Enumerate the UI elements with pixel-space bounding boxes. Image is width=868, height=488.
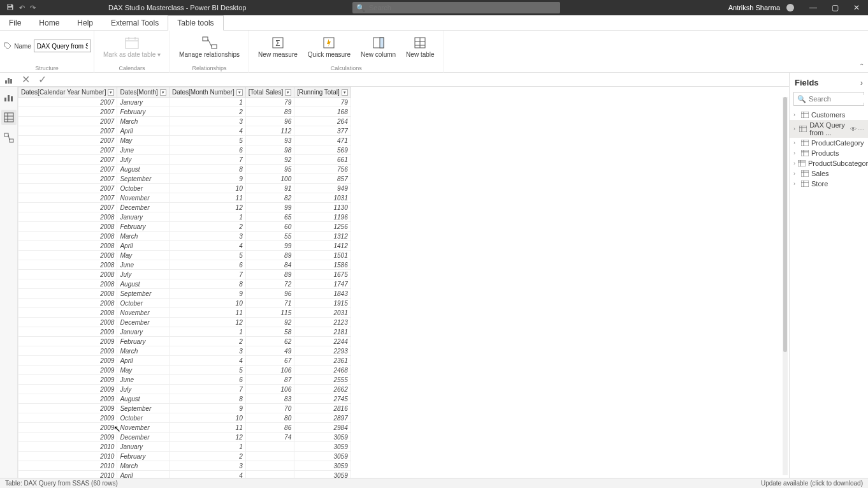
cell[interactable]: 5 [169,251,245,260]
cell[interactable]: 7 [169,270,245,279]
cell[interactable]: 99 [245,203,294,212]
column-header[interactable]: Dates[Month]▾ [117,87,169,98]
cell[interactable]: 2008 [18,222,117,232]
cell[interactable]: 3059 [294,433,351,442]
cell[interactable]: 2123 [294,318,351,327]
table-row[interactable]: 2009March3492293 [18,346,351,356]
global-search[interactable]: 🔍 [352,2,560,13]
cell[interactable]: January [117,442,169,452]
cell[interactable]: 2008 [18,241,117,251]
cell[interactable]: 1 [169,98,245,107]
column-header[interactable]: Dates[Calendar Year Number]▾ [18,87,117,98]
cell[interactable]: 5 [169,366,245,375]
filter-dropdown-icon[interactable]: ▾ [160,89,166,96]
cell[interactable]: January [117,212,169,222]
cell[interactable]: 1031 [294,193,351,203]
cell[interactable]: 2 [169,337,245,346]
filter-dropdown-icon[interactable]: ▾ [285,89,291,96]
table-row[interactable]: 2010February23059 [18,452,351,461]
cell[interactable]: 2008 [18,299,117,308]
commit-formula-button[interactable]: ✓ [37,75,47,85]
cell[interactable]: 2007 [18,165,117,174]
cell[interactable]: 100 [245,174,294,184]
cell[interactable]: 2008 [18,232,117,241]
cell[interactable]: 2007 [18,98,117,107]
report-view-button[interactable] [1,89,17,105]
cell[interactable]: 569 [294,145,351,155]
cell[interactable]: February [117,107,169,117]
cell[interactable]: 2009 [18,375,117,385]
cell[interactable]: 2007 [18,136,117,145]
cancel-formula-button[interactable]: ✕ [20,75,31,85]
cell[interactable]: 2007 [18,184,117,193]
cell[interactable]: 1915 [294,299,351,308]
cell[interactable]: 2009 [18,346,117,356]
table-row[interactable]: 2009July71062662 [18,385,351,394]
table-row[interactable]: 2007February289168 [18,107,351,117]
cell[interactable]: 2031 [294,308,351,318]
new-column-button[interactable]: New column [357,33,400,58]
cell[interactable]: 112 [245,126,294,136]
cell[interactable]: 70 [245,404,294,413]
tab-help[interactable]: Help [68,15,102,30]
cell[interactable]: 1675 [294,270,351,279]
collapse-ribbon-button[interactable]: ⌃ [859,63,864,70]
cell[interactable]: 6 [169,375,245,385]
cell[interactable]: 3059 [294,452,351,461]
cell[interactable]: February [117,452,169,461]
cell[interactable]: 756 [294,165,351,174]
cell[interactable]: May [117,251,169,260]
cell[interactable]: 2007 [18,107,117,117]
cell[interactable]: August [117,394,169,404]
cell[interactable] [245,452,294,461]
cell[interactable]: 5 [169,136,245,145]
cell[interactable]: May [117,136,169,145]
cell[interactable]: 2010 [18,461,117,471]
cell[interactable]: February [117,337,169,346]
cell[interactable] [245,471,294,478]
table-row[interactable]: 2010March33059 [18,461,351,471]
fields-table-item[interactable]: ›Sales [790,168,868,179]
table-row[interactable]: 2008January1651196 [18,212,351,222]
cell[interactable]: July [117,155,169,165]
cell[interactable]: 2361 [294,356,351,366]
table-name-input[interactable] [34,40,91,52]
cell[interactable]: 2555 [294,375,351,385]
expand-fields-button[interactable]: › [860,78,863,87]
cell[interactable]: 11 [169,193,245,203]
table-row[interactable]: 2008March3551312 [18,232,351,241]
table-row[interactable]: 2007October1091949 [18,184,351,193]
cell[interactable]: 8 [169,279,245,289]
cell[interactable]: 65 [245,212,294,222]
cell[interactable]: 106 [245,385,294,394]
cell[interactable]: 264 [294,117,351,126]
cell[interactable]: 2007 [18,155,117,165]
cell[interactable]: 2009 [18,413,117,423]
table-row[interactable]: 2008May5891501 [18,251,351,260]
cell[interactable]: 2008 [18,289,117,299]
table-row[interactable]: 2010January13059 [18,442,351,452]
more-icon[interactable]: ⋯ [858,126,864,133]
cell[interactable]: July [117,270,169,279]
fields-table-item[interactable]: ›Products [790,148,868,158]
cell[interactable]: 49 [245,346,294,356]
cell[interactable]: December [117,203,169,212]
cell[interactable]: 96 [245,289,294,299]
cell[interactable]: 3059 [294,461,351,471]
cell[interactable]: June [117,145,169,155]
cell[interactable]: March [117,117,169,126]
cell[interactable]: 4 [169,471,245,478]
cell[interactable]: 8 [169,165,245,174]
cell[interactable]: 82 [245,193,294,203]
table-row[interactable]: 2008September9961843 [18,289,351,299]
cell[interactable]: 2897 [294,413,351,423]
cell[interactable]: 99 [245,241,294,251]
cell[interactable]: 2007 [18,174,117,184]
cell[interactable]: 9 [169,404,245,413]
cell[interactable]: August [117,279,169,289]
cell[interactable]: October [117,299,169,308]
cell[interactable]: 115 [245,308,294,318]
table-row[interactable]: 2009August8832745 [18,394,351,404]
column-header[interactable]: [Running Total]▾ [294,87,351,98]
cell[interactable]: 2008 [18,308,117,318]
